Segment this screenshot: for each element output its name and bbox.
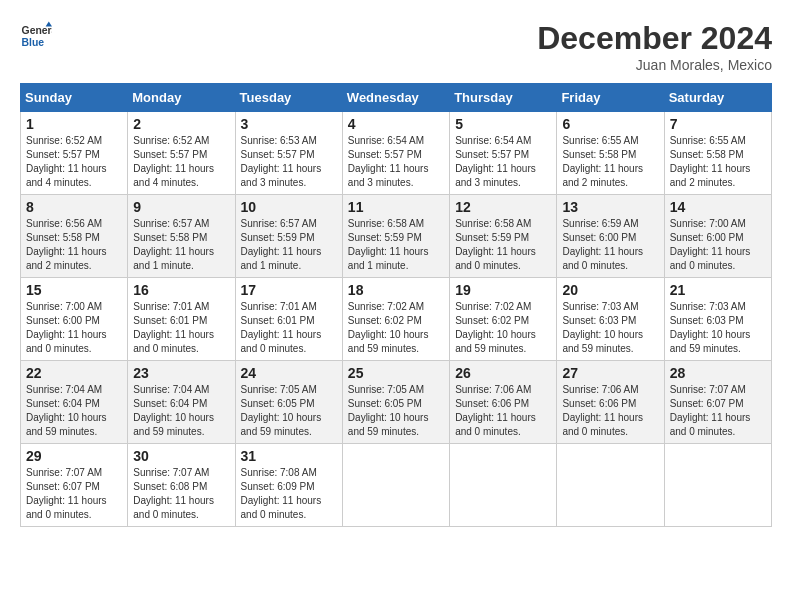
day-info: Sunrise: 7:07 AM Sunset: 6:07 PM Dayligh… — [670, 383, 766, 439]
day-number: 24 — [241, 365, 337, 381]
calendar-day-cell: 29Sunrise: 7:07 AM Sunset: 6:07 PM Dayli… — [21, 444, 128, 527]
calendar-day-cell: 11Sunrise: 6:58 AM Sunset: 5:59 PM Dayli… — [342, 195, 449, 278]
day-info: Sunrise: 7:01 AM Sunset: 6:01 PM Dayligh… — [133, 300, 229, 356]
calendar-day-cell: 4Sunrise: 6:54 AM Sunset: 5:57 PM Daylig… — [342, 112, 449, 195]
day-info: Sunrise: 6:53 AM Sunset: 5:57 PM Dayligh… — [241, 134, 337, 190]
calendar-week-row: 29Sunrise: 7:07 AM Sunset: 6:07 PM Dayli… — [21, 444, 772, 527]
day-number: 1 — [26, 116, 122, 132]
day-info: Sunrise: 7:05 AM Sunset: 6:05 PM Dayligh… — [348, 383, 444, 439]
day-info: Sunrise: 7:01 AM Sunset: 6:01 PM Dayligh… — [241, 300, 337, 356]
day-info: Sunrise: 6:59 AM Sunset: 6:00 PM Dayligh… — [562, 217, 658, 273]
calendar-day-cell: 27Sunrise: 7:06 AM Sunset: 6:06 PM Dayli… — [557, 361, 664, 444]
day-info: Sunrise: 7:05 AM Sunset: 6:05 PM Dayligh… — [241, 383, 337, 439]
day-info: Sunrise: 6:54 AM Sunset: 5:57 PM Dayligh… — [455, 134, 551, 190]
day-info: Sunrise: 6:52 AM Sunset: 5:57 PM Dayligh… — [26, 134, 122, 190]
day-info: Sunrise: 7:03 AM Sunset: 6:03 PM Dayligh… — [670, 300, 766, 356]
day-info: Sunrise: 7:03 AM Sunset: 6:03 PM Dayligh… — [562, 300, 658, 356]
day-number: 6 — [562, 116, 658, 132]
day-info: Sunrise: 6:57 AM Sunset: 5:59 PM Dayligh… — [241, 217, 337, 273]
weekday-header-sunday: Sunday — [21, 84, 128, 112]
day-number: 23 — [133, 365, 229, 381]
day-info: Sunrise: 6:55 AM Sunset: 5:58 PM Dayligh… — [562, 134, 658, 190]
calendar-day-cell — [664, 444, 771, 527]
day-number: 16 — [133, 282, 229, 298]
day-number: 8 — [26, 199, 122, 215]
calendar-day-cell: 1Sunrise: 6:52 AM Sunset: 5:57 PM Daylig… — [21, 112, 128, 195]
main-title: December 2024 — [537, 20, 772, 57]
calendar-day-cell: 24Sunrise: 7:05 AM Sunset: 6:05 PM Dayli… — [235, 361, 342, 444]
day-number: 9 — [133, 199, 229, 215]
day-info: Sunrise: 7:07 AM Sunset: 6:08 PM Dayligh… — [133, 466, 229, 522]
calendar-day-cell — [342, 444, 449, 527]
svg-text:Blue: Blue — [22, 37, 45, 48]
day-number: 10 — [241, 199, 337, 215]
day-number: 21 — [670, 282, 766, 298]
weekday-header-tuesday: Tuesday — [235, 84, 342, 112]
day-info: Sunrise: 6:55 AM Sunset: 5:58 PM Dayligh… — [670, 134, 766, 190]
calendar-week-row: 8Sunrise: 6:56 AM Sunset: 5:58 PM Daylig… — [21, 195, 772, 278]
svg-text:General: General — [22, 25, 52, 36]
day-number: 20 — [562, 282, 658, 298]
day-info: Sunrise: 7:06 AM Sunset: 6:06 PM Dayligh… — [562, 383, 658, 439]
calendar-day-cell — [450, 444, 557, 527]
calendar-day-cell: 9Sunrise: 6:57 AM Sunset: 5:58 PM Daylig… — [128, 195, 235, 278]
logo-icon: General Blue — [20, 20, 52, 52]
calendar-day-cell: 28Sunrise: 7:07 AM Sunset: 6:07 PM Dayli… — [664, 361, 771, 444]
weekday-header-monday: Monday — [128, 84, 235, 112]
day-number: 27 — [562, 365, 658, 381]
day-number: 22 — [26, 365, 122, 381]
day-info: Sunrise: 7:02 AM Sunset: 6:02 PM Dayligh… — [348, 300, 444, 356]
day-number: 2 — [133, 116, 229, 132]
calendar-day-cell: 8Sunrise: 6:56 AM Sunset: 5:58 PM Daylig… — [21, 195, 128, 278]
day-info: Sunrise: 7:08 AM Sunset: 6:09 PM Dayligh… — [241, 466, 337, 522]
weekday-header-thursday: Thursday — [450, 84, 557, 112]
calendar-day-cell: 21Sunrise: 7:03 AM Sunset: 6:03 PM Dayli… — [664, 278, 771, 361]
calendar-day-cell — [557, 444, 664, 527]
calendar-week-row: 1Sunrise: 6:52 AM Sunset: 5:57 PM Daylig… — [21, 112, 772, 195]
calendar-day-cell: 17Sunrise: 7:01 AM Sunset: 6:01 PM Dayli… — [235, 278, 342, 361]
day-info: Sunrise: 7:07 AM Sunset: 6:07 PM Dayligh… — [26, 466, 122, 522]
calendar-day-cell: 3Sunrise: 6:53 AM Sunset: 5:57 PM Daylig… — [235, 112, 342, 195]
day-info: Sunrise: 6:56 AM Sunset: 5:58 PM Dayligh… — [26, 217, 122, 273]
day-number: 13 — [562, 199, 658, 215]
logo: General Blue — [20, 20, 52, 52]
calendar-week-row: 15Sunrise: 7:00 AM Sunset: 6:00 PM Dayli… — [21, 278, 772, 361]
day-info: Sunrise: 6:52 AM Sunset: 5:57 PM Dayligh… — [133, 134, 229, 190]
day-number: 15 — [26, 282, 122, 298]
calendar-day-cell: 19Sunrise: 7:02 AM Sunset: 6:02 PM Dayli… — [450, 278, 557, 361]
day-info: Sunrise: 6:57 AM Sunset: 5:58 PM Dayligh… — [133, 217, 229, 273]
calendar-day-cell: 5Sunrise: 6:54 AM Sunset: 5:57 PM Daylig… — [450, 112, 557, 195]
day-number: 29 — [26, 448, 122, 464]
day-info: Sunrise: 7:04 AM Sunset: 6:04 PM Dayligh… — [26, 383, 122, 439]
calendar-day-cell: 26Sunrise: 7:06 AM Sunset: 6:06 PM Dayli… — [450, 361, 557, 444]
day-info: Sunrise: 7:00 AM Sunset: 6:00 PM Dayligh… — [670, 217, 766, 273]
day-number: 3 — [241, 116, 337, 132]
day-info: Sunrise: 7:06 AM Sunset: 6:06 PM Dayligh… — [455, 383, 551, 439]
title-section: December 2024 Juan Morales, Mexico — [537, 20, 772, 73]
calendar-day-cell: 30Sunrise: 7:07 AM Sunset: 6:08 PM Dayli… — [128, 444, 235, 527]
day-info: Sunrise: 6:54 AM Sunset: 5:57 PM Dayligh… — [348, 134, 444, 190]
weekday-header-saturday: Saturday — [664, 84, 771, 112]
day-info: Sunrise: 7:00 AM Sunset: 6:00 PM Dayligh… — [26, 300, 122, 356]
calendar-header-row: SundayMondayTuesdayWednesdayThursdayFrid… — [21, 84, 772, 112]
day-number: 25 — [348, 365, 444, 381]
day-number: 26 — [455, 365, 551, 381]
day-info: Sunrise: 7:04 AM Sunset: 6:04 PM Dayligh… — [133, 383, 229, 439]
calendar-day-cell: 6Sunrise: 6:55 AM Sunset: 5:58 PM Daylig… — [557, 112, 664, 195]
weekday-header-wednesday: Wednesday — [342, 84, 449, 112]
day-info: Sunrise: 7:02 AM Sunset: 6:02 PM Dayligh… — [455, 300, 551, 356]
day-number: 7 — [670, 116, 766, 132]
calendar-day-cell: 2Sunrise: 6:52 AM Sunset: 5:57 PM Daylig… — [128, 112, 235, 195]
calendar-day-cell: 10Sunrise: 6:57 AM Sunset: 5:59 PM Dayli… — [235, 195, 342, 278]
day-number: 4 — [348, 116, 444, 132]
day-number: 28 — [670, 365, 766, 381]
day-number: 31 — [241, 448, 337, 464]
svg-marker-2 — [46, 22, 52, 27]
subtitle: Juan Morales, Mexico — [537, 57, 772, 73]
day-number: 14 — [670, 199, 766, 215]
calendar-day-cell: 18Sunrise: 7:02 AM Sunset: 6:02 PM Dayli… — [342, 278, 449, 361]
calendar-day-cell: 16Sunrise: 7:01 AM Sunset: 6:01 PM Dayli… — [128, 278, 235, 361]
day-number: 12 — [455, 199, 551, 215]
calendar-day-cell: 31Sunrise: 7:08 AM Sunset: 6:09 PM Dayli… — [235, 444, 342, 527]
calendar-day-cell: 7Sunrise: 6:55 AM Sunset: 5:58 PM Daylig… — [664, 112, 771, 195]
